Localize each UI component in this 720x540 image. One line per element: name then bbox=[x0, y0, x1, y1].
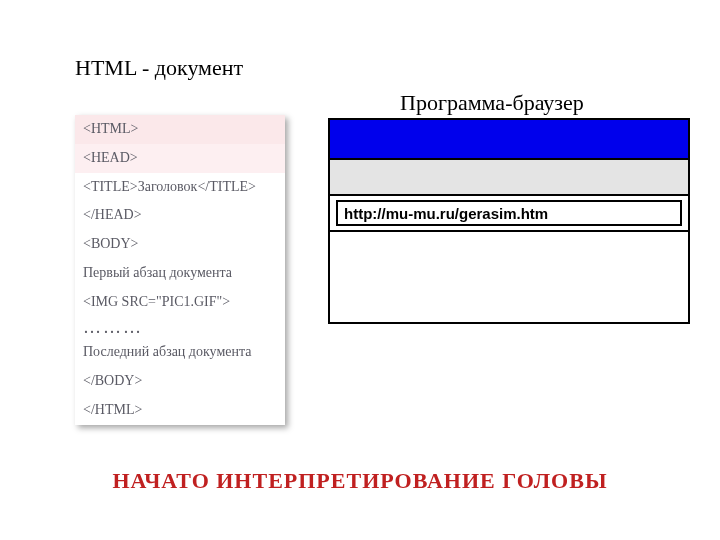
code-line: <IMG SRC="PIC1.GIF"> bbox=[75, 288, 285, 317]
code-line: </HEAD> bbox=[75, 201, 285, 230]
html-source-panel: <HTML> <HEAD> <TITLE>Заголовок</TITLE> <… bbox=[75, 115, 285, 425]
code-line: <TITLE>Заголовок</TITLE> bbox=[75, 173, 285, 202]
code-line: </HTML> bbox=[75, 396, 285, 425]
status-caption: НАЧАТО ИНТЕРПРЕТИРОВАНИЕ ГОЛОВЫ bbox=[0, 468, 720, 494]
browser-toolbar bbox=[330, 160, 688, 196]
html-document-label: HTML - документ bbox=[75, 55, 243, 81]
code-line: <HEAD> bbox=[75, 144, 285, 173]
browser-titlebar bbox=[330, 120, 688, 160]
code-line: Первый абзац документа bbox=[75, 259, 285, 288]
code-line-ellipsis: ……… bbox=[75, 317, 285, 339]
browser-label: Программа-браузер bbox=[400, 90, 584, 116]
browser-window bbox=[328, 118, 690, 324]
code-line: </BODY> bbox=[75, 367, 285, 396]
code-line: Последний абзац документа bbox=[75, 338, 285, 367]
code-line: <HTML> bbox=[75, 115, 285, 144]
address-input[interactable] bbox=[336, 200, 682, 226]
browser-viewport bbox=[330, 232, 688, 322]
code-line: <BODY> bbox=[75, 230, 285, 259]
address-bar-row bbox=[330, 196, 688, 232]
